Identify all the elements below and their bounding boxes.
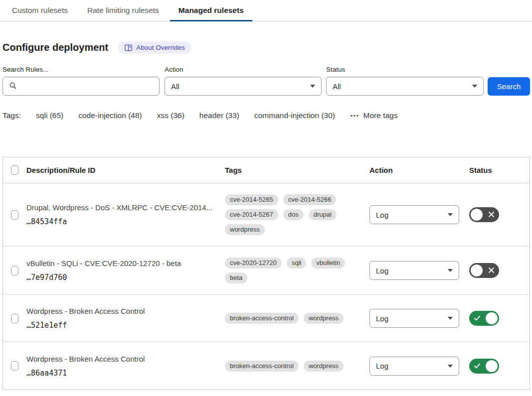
tag-pill: wordpress: [304, 313, 344, 324]
table-header: Description/Rule ID Tags Action Status: [3, 157, 530, 183]
tag-filter-xss[interactable]: xss (36): [157, 111, 184, 120]
tab-custom-rulesets[interactable]: Custom rulesets: [3, 0, 76, 21]
table-body: Drupal, Wordpress - DoS - XMLRPC - CVE:C…: [3, 183, 530, 390]
tab-rate-limiting-rulesets[interactable]: Rate limiting rulesets: [79, 0, 168, 21]
chevron-down-icon: [448, 213, 453, 216]
tag-pill: drupal: [309, 209, 337, 220]
rules-table: Description/Rule ID Tags Action Status D…: [2, 157, 530, 390]
tag-list: broken-access-controlwordpress: [225, 313, 361, 324]
tag-pill: broken-access-control: [225, 361, 299, 372]
filters-row: Search Rules... Action All Status: [2, 66, 530, 96]
status-toggle[interactable]: [469, 311, 499, 326]
check-icon: [474, 363, 481, 369]
book-icon: [125, 44, 132, 51]
rule-action-value: Log: [376, 211, 388, 219]
row-checkbox[interactable]: [11, 314, 18, 323]
action-filter-value: All: [171, 82, 179, 91]
row-checkbox[interactable]: [11, 210, 18, 220]
tag-pill: cve-2020-12720: [225, 258, 282, 268]
rule-id: …84534ffa: [26, 216, 213, 227]
rule-description: Wordpress - Broken Access Control: [26, 306, 213, 317]
column-header-tags: Tags: [225, 166, 369, 174]
tag-list: cve-2020-12720sqlivbulletinbeta: [225, 258, 361, 283]
search-rules-field[interactable]: [2, 77, 160, 96]
tag-list: broken-access-controlwordpress: [225, 361, 361, 372]
row-checkbox[interactable]: [11, 361, 18, 371]
tag-pill: cve-2014-5265: [225, 194, 278, 205]
status-filter-label: Status: [326, 66, 484, 73]
tag-filter-header[interactable]: header (33): [199, 111, 239, 120]
action-filter-select[interactable]: All: [165, 77, 322, 96]
row-checkbox[interactable]: [11, 266, 18, 275]
tag-filter-command-injection[interactable]: command-injection (30): [254, 111, 335, 120]
chevron-down-icon: [448, 269, 453, 272]
tag-pill: cve-2014-5267: [225, 209, 278, 220]
search-rules-label: Search Rules...: [2, 66, 160, 73]
table-row: vBulletin - SQLi - CVE:CVE-2020-12720 - …: [3, 247, 530, 295]
table-row: Drupal, Wordpress - DoS - XMLRPC - CVE:C…: [3, 183, 530, 247]
tag-pill: vbulletin: [311, 258, 345, 268]
search-icon: [9, 82, 17, 91]
tag-pill: dos: [283, 209, 304, 220]
rule-action-select[interactable]: Log: [369, 261, 459, 280]
more-tags-label: More tags: [363, 111, 398, 120]
rule-action-select[interactable]: Log: [369, 205, 459, 224]
status-toggle[interactable]: [469, 207, 499, 222]
check-icon: [474, 315, 481, 321]
x-icon: [488, 211, 495, 218]
tags-bar-label: Tags:: [2, 111, 21, 120]
tag-filter-code-injection[interactable]: code-injection (48): [78, 111, 142, 120]
chevron-down-icon: [472, 85, 477, 88]
toggle-knob: [486, 360, 498, 372]
rule-description: Drupal, Wordpress - DoS - XMLRPC - CVE:C…: [26, 202, 213, 213]
heading-row: Configure deployment About Overrides: [2, 41, 530, 54]
rule-id: …86aa4371: [26, 368, 213, 379]
tag-pill: cve-2014-5266: [283, 194, 337, 205]
toggle-knob: [486, 312, 498, 324]
about-overrides-badge[interactable]: About Overrides: [118, 41, 191, 54]
action-filter-label: Action: [165, 66, 322, 73]
column-header-status: Status: [469, 166, 530, 174]
tab-managed-rulesets[interactable]: Managed rulesets: [170, 0, 252, 21]
chevron-down-icon: [310, 85, 315, 88]
status-toggle[interactable]: [469, 263, 499, 278]
rule-description: vBulletin - SQLi - CVE:CVE-2020-12720 - …: [26, 258, 213, 269]
search-button[interactable]: Search: [488, 77, 530, 96]
tag-list: cve-2014-5265cve-2014-5266cve-2014-5267d…: [225, 194, 361, 235]
status-filter-value: All: [333, 82, 341, 91]
column-header-action: Action: [369, 166, 469, 174]
column-header-description: Description/Rule ID: [26, 166, 225, 174]
about-overrides-label: About Overrides: [136, 44, 185, 51]
rule-action-select[interactable]: Log: [369, 357, 459, 376]
more-tags-button[interactable]: ••• More tags: [351, 111, 397, 120]
tag-pill: wordpress: [304, 361, 344, 372]
tag-filter-sqli[interactable]: sqli (65): [36, 111, 63, 120]
tag-pill: broken-access-control: [225, 313, 299, 324]
toggle-knob: [471, 264, 483, 276]
status-toggle[interactable]: [469, 359, 499, 374]
chevron-down-icon: [448, 317, 453, 320]
select-all-checkbox[interactable]: [11, 165, 18, 175]
toggle-knob: [471, 209, 483, 221]
status-filter-select[interactable]: All: [326, 77, 484, 96]
table-row: Wordpress - Broken Access Control …86aa4…: [3, 342, 530, 390]
tag-pill: sqli: [287, 258, 307, 268]
rule-action-value: Log: [376, 266, 388, 275]
rule-id: …521e1eff: [26, 320, 213, 331]
rule-action-value: Log: [376, 362, 388, 370]
ellipsis-icon: •••: [351, 113, 359, 119]
x-icon: [488, 267, 495, 273]
table-row: Wordpress - Broken Access Control …521e1…: [3, 295, 530, 342]
search-rules-input[interactable]: [21, 82, 153, 91]
rule-action-select[interactable]: Log: [369, 309, 459, 328]
rule-action-value: Log: [376, 314, 388, 323]
ruleset-tabbar: Custom rulesets Rate limiting rulesets M…: [0, 0, 532, 21]
rule-description: Wordpress - Broken Access Control: [26, 354, 213, 365]
tag-pill: beta: [225, 272, 247, 283]
tags-bar: Tags: sqli (65) code-injection (48) xss …: [2, 111, 530, 120]
chevron-down-icon: [448, 365, 453, 368]
rule-id: …7e97d760: [26, 272, 213, 283]
tag-pill: wordpress: [225, 224, 265, 235]
page-title: Configure deployment: [2, 42, 108, 53]
